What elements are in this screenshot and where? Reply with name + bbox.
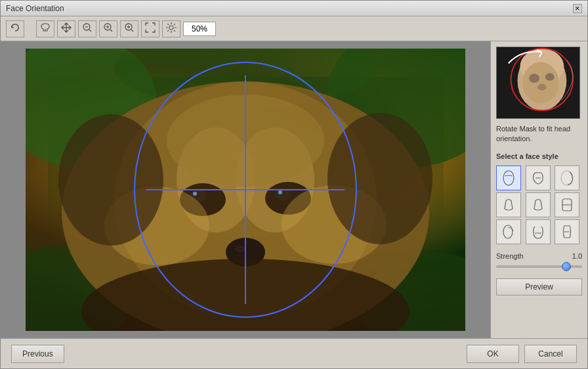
move-button[interactable]: [57, 20, 75, 37]
svg-point-50: [503, 225, 513, 238]
strength-label: Strength: [496, 252, 524, 260]
ok-button[interactable]: OK: [467, 345, 519, 363]
dog-svg: [26, 49, 465, 331]
svg-point-44: [537, 84, 547, 91]
dog-image: [26, 49, 465, 331]
cancel-button[interactable]: Cancel: [524, 345, 577, 363]
svg-point-28: [278, 190, 282, 194]
svg-point-13: [169, 26, 173, 30]
face-style-label: Select a face style: [496, 152, 582, 160]
svg-point-31: [167, 95, 324, 186]
settings-icon: [165, 22, 177, 35]
main-window: Face Orientation ✕: [0, 0, 588, 369]
face-style-button-7[interactable]: [496, 219, 521, 244]
face-style-button-6[interactable]: [555, 192, 579, 217]
slider-fill: [496, 265, 566, 268]
strength-slider-track[interactable]: [496, 265, 582, 268]
strength-value: 1.0: [572, 252, 582, 260]
svg-point-27: [193, 192, 197, 196]
settings-button[interactable]: [162, 20, 180, 37]
zoom-reset-icon: [123, 22, 135, 35]
face-style-button-3[interactable]: [555, 165, 579, 190]
svg-point-45: [503, 171, 514, 185]
right-panel: Rotate Mask to fit head orientation. Sel…: [490, 41, 587, 338]
undo-button[interactable]: [6, 20, 24, 37]
toolbar: 50%: [1, 16, 587, 41]
face-style-button-5[interactable]: [526, 192, 551, 217]
footer-right: OK Cancel: [467, 345, 577, 363]
zoom-in-icon: [102, 22, 114, 35]
svg-point-26: [275, 188, 291, 201]
svg-point-42: [529, 74, 539, 83]
window-title: Face Orientation: [6, 4, 64, 13]
face-styles-grid: [496, 165, 582, 244]
svg-point-34: [58, 114, 163, 246]
move-icon: [60, 22, 72, 35]
fit-icon: [144, 22, 156, 35]
svg-point-43: [545, 73, 555, 81]
canvas-area[interactable]: [1, 41, 490, 338]
previous-button[interactable]: Previous: [11, 345, 64, 363]
svg-line-3: [89, 30, 91, 32]
lasso-button[interactable]: [36, 20, 54, 37]
lasso-icon: [39, 22, 51, 35]
zoom-in-button[interactable]: [99, 20, 117, 37]
rotate-instruction: Rotate Mask to fit head orientation.: [496, 124, 582, 144]
face-style-button-4[interactable]: [496, 192, 521, 217]
face-style-button-2[interactable]: [526, 165, 551, 190]
strength-section: Strength 1.0: [496, 252, 582, 273]
svg-point-47: [561, 171, 573, 185]
undo-icon: [9, 22, 21, 35]
face-3d-preview: [496, 47, 580, 119]
slider-thumb[interactable]: [562, 262, 571, 271]
title-bar: Face Orientation ✕: [1, 1, 587, 16]
zoom-input[interactable]: 50%: [183, 22, 216, 36]
close-button[interactable]: ✕: [573, 4, 582, 13]
image-container: [26, 49, 465, 331]
zoom-out-button[interactable]: [78, 20, 96, 37]
svg-line-7: [110, 30, 112, 32]
fit-button[interactable]: [141, 20, 159, 37]
face-style-button-9[interactable]: [555, 219, 579, 244]
face-3d-svg: [497, 47, 579, 119]
main-content: Rotate Mask to fit head orientation. Sel…: [1, 41, 587, 338]
face-style-button-1[interactable]: [496, 165, 521, 190]
footer: Previous OK Cancel: [1, 338, 587, 368]
zoom-reset-button[interactable]: [120, 20, 138, 37]
strength-header: Strength 1.0: [496, 252, 582, 260]
face-style-button-8[interactable]: [526, 219, 551, 244]
svg-point-40: [522, 62, 558, 104]
zoom-out-icon: [81, 22, 93, 35]
preview-button[interactable]: Preview: [496, 278, 582, 295]
footer-left: Previous: [11, 345, 64, 363]
svg-point-30: [235, 246, 245, 252]
svg-line-9: [131, 30, 133, 32]
svg-point-35: [327, 113, 432, 244]
